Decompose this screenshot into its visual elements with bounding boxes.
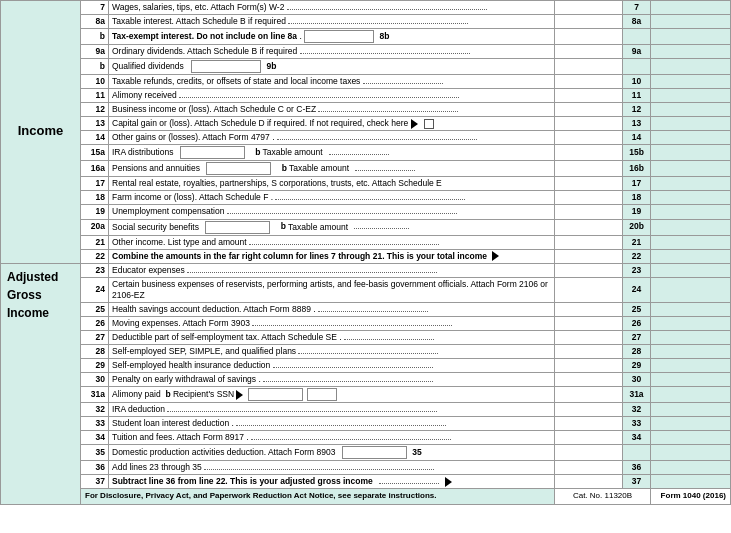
input-13[interactable] (651, 117, 731, 131)
amount-9a[interactable] (555, 45, 623, 59)
input-22[interactable] (651, 249, 731, 263)
input-9b[interactable] (651, 59, 731, 75)
amount-11[interactable] (555, 89, 623, 103)
amount-36[interactable] (555, 461, 623, 475)
field-9b[interactable] (191, 60, 261, 73)
amount-14[interactable] (555, 131, 623, 145)
amount-7[interactable] (555, 1, 623, 15)
line-10: 10 Taxable refunds, credits, or offsets … (1, 75, 731, 89)
amount-13[interactable] (555, 117, 623, 131)
amount-34[interactable] (555, 431, 623, 445)
amount-33[interactable] (555, 417, 623, 431)
line-desc-7: Wages, salaries, tips, etc. Attach Form(… (109, 1, 555, 15)
input-36[interactable] (651, 461, 731, 475)
amount-22[interactable] (555, 249, 623, 263)
amount-10[interactable] (555, 75, 623, 89)
input-21[interactable] (651, 235, 731, 249)
amount-16[interactable] (555, 161, 623, 177)
input-33[interactable] (651, 417, 731, 431)
input-8a[interactable] (651, 15, 731, 29)
line-num-12: 12 (81, 103, 109, 117)
field-15a[interactable] (180, 146, 245, 159)
field-35[interactable] (342, 446, 407, 459)
line-num-9a: 9a (81, 45, 109, 59)
input-23[interactable] (651, 263, 731, 277)
col-num-30: 30 (623, 372, 651, 386)
amount-32[interactable] (555, 403, 623, 417)
amount-8b[interactable] (555, 29, 623, 45)
input-20b[interactable] (651, 219, 731, 235)
amount-15[interactable] (555, 145, 623, 161)
amount-26[interactable] (555, 316, 623, 330)
amount-23[interactable] (555, 263, 623, 277)
line-num-30: 30 (81, 372, 109, 386)
amount-37[interactable] (555, 475, 623, 489)
amount-25[interactable] (555, 302, 623, 316)
amount-18[interactable] (555, 191, 623, 205)
amount-9b[interactable] (555, 59, 623, 75)
line-desc-27: Deductible part of self-employment tax. … (109, 330, 555, 344)
input-29[interactable] (651, 358, 731, 372)
field-16a[interactable] (206, 162, 271, 175)
input-15b[interactable] (651, 145, 731, 161)
input-37[interactable] (651, 475, 731, 489)
checkbox-13[interactable] (424, 119, 434, 129)
col-num-18: 18 (623, 191, 651, 205)
field-8b[interactable] (304, 30, 374, 43)
input-26[interactable] (651, 316, 731, 330)
input-24[interactable] (651, 277, 731, 302)
amount-20[interactable] (555, 219, 623, 235)
line-desc-15: IRA distributions b Taxable amount (109, 145, 555, 161)
input-11[interactable] (651, 89, 731, 103)
input-25[interactable] (651, 302, 731, 316)
amount-28[interactable] (555, 344, 623, 358)
line-25: 25 Health savings account deduction. Att… (1, 302, 731, 316)
input-31a[interactable] (651, 387, 731, 403)
line-19: 19 Unemployment compensation 19 (1, 205, 731, 219)
input-32[interactable] (651, 403, 731, 417)
input-8b[interactable] (651, 29, 731, 45)
amount-24[interactable] (555, 277, 623, 302)
input-10[interactable] (651, 75, 731, 89)
input-18[interactable] (651, 191, 731, 205)
input-35[interactable] (651, 445, 731, 461)
line-num-37: 37 (81, 475, 109, 489)
amount-12[interactable] (555, 103, 623, 117)
field-20a[interactable] (205, 221, 270, 234)
input-9a[interactable] (651, 45, 731, 59)
footer-row: For Disclosure, Privacy Act, and Paperwo… (1, 489, 731, 504)
field-ssn-31b[interactable] (307, 388, 337, 401)
input-28[interactable] (651, 344, 731, 358)
input-34[interactable] (651, 431, 731, 445)
amount-17[interactable] (555, 177, 623, 191)
field-ssn-31[interactable] (248, 388, 303, 401)
line-13: 13 Capital gain or (loss). Attach Schedu… (1, 117, 731, 131)
input-7[interactable] (651, 1, 731, 15)
amount-21[interactable] (555, 235, 623, 249)
amount-29[interactable] (555, 358, 623, 372)
amount-30[interactable] (555, 372, 623, 386)
input-12[interactable] (651, 103, 731, 117)
col-num-32: 32 (623, 403, 651, 417)
line-desc-25: Health savings account deduction. Attach… (109, 302, 555, 316)
line-35: 35 Domestic production activities deduct… (1, 445, 731, 461)
amount-31a[interactable] (555, 387, 623, 403)
input-27[interactable] (651, 330, 731, 344)
input-14[interactable] (651, 131, 731, 145)
line-num-20: 20a (81, 219, 109, 235)
amount-27[interactable] (555, 330, 623, 344)
input-19[interactable] (651, 205, 731, 219)
input-16b[interactable] (651, 161, 731, 177)
amount-8a[interactable] (555, 15, 623, 29)
line-num-29: 29 (81, 358, 109, 372)
footer-cat: Cat. No. 11320B (555, 489, 651, 504)
col-num-19: 19 (623, 205, 651, 219)
col-num-37: 37 (623, 475, 651, 489)
income-label: Income (1, 1, 81, 264)
input-17[interactable] (651, 177, 731, 191)
input-30[interactable] (651, 372, 731, 386)
line-desc-24: Certain business expenses of reservists,… (109, 277, 555, 302)
amount-35[interactable] (555, 445, 623, 461)
amount-19[interactable] (555, 205, 623, 219)
line-36: 36 Add lines 23 through 35 36 (1, 461, 731, 475)
